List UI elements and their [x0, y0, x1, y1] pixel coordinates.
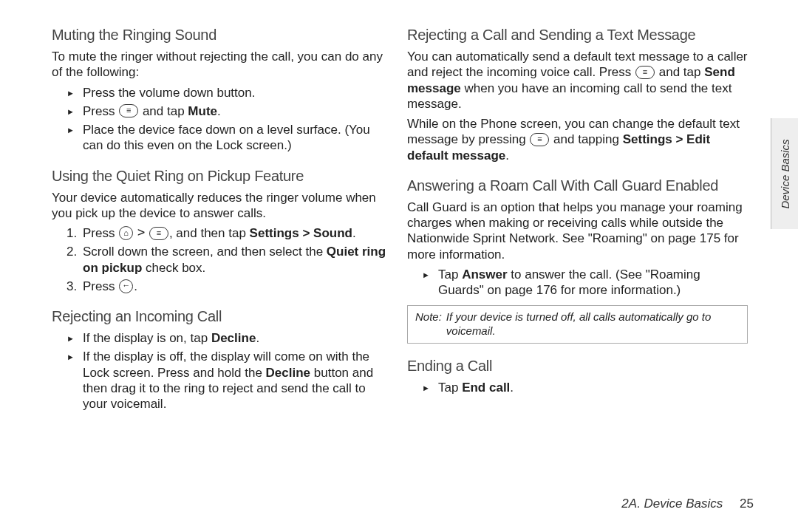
triangle-icon [422, 380, 438, 395]
bullet-vol-down: Press the volume down button. [66, 85, 392, 100]
para-reject-text-1: You can automatically send a default tex… [407, 49, 748, 112]
quiet-ring-steps: 1. Press ⌂ > ≡, and then tap Settings > … [52, 225, 392, 294]
menu-button-icon: ≡ [530, 133, 549, 146]
note-box: Note: If your device is turned off, all … [407, 305, 748, 344]
note-text: If your device is turned off, all calls … [446, 310, 740, 338]
mute-list: Press the volume down button. Press ≡ an… [52, 85, 392, 154]
heading-quiet-ring: Using the Quiet Ring on Pickup Feature [52, 167, 392, 185]
triangle-icon [66, 122, 83, 137]
back-button-icon: ← [119, 279, 133, 293]
end-call-item: Tap End call. [422, 380, 748, 395]
thumb-tab: Device Basics [771, 118, 798, 229]
triangle-icon [66, 103, 83, 118]
triangle-icon [66, 349, 83, 364]
step-1: 1. Press ⌂ > ≡, and then tap Settings > … [66, 225, 392, 241]
heading-end-call: Ending a Call [407, 357, 748, 375]
end-call-list: Tap End call. [407, 380, 748, 395]
reject-display-on: If the display is on, tap Decline. [66, 330, 392, 346]
triangle-icon [422, 267, 438, 282]
menu-button-icon: ≡ [119, 104, 138, 117]
para-call-guard: Call Guard is an option that helps you m… [407, 200, 748, 262]
thumb-tab-label: Device Basics [779, 139, 791, 208]
heading-reject-text: Rejecting a Call and Sending a Text Mess… [407, 26, 748, 44]
note-label: Note: [415, 310, 442, 338]
call-guard-list: Tap Answer to answer the call. (See "Roa… [407, 267, 748, 299]
page-footer: 2A. Device Basics 25 [621, 497, 754, 511]
heading-rejecting: Rejecting an Incoming Call [52, 307, 392, 326]
step-3: 3. Press ←. [66, 279, 392, 294]
para-mute-intro: To mute the ringer without rejecting the… [52, 49, 392, 81]
right-column: Rejecting a Call and Sending a Text Mess… [407, 26, 770, 510]
heading-muting: Muting the Ringing Sound [52, 26, 392, 44]
reject-display-off: If the display is off, the display will … [66, 349, 392, 412]
step-2: 2. Scroll down the screen, and then sele… [66, 244, 392, 276]
bullet-press-mute: Press ≡ and tap Mute. [66, 103, 392, 119]
para-quiet-ring: Your device automatically reduces the ri… [52, 190, 392, 222]
page-number: 25 [740, 497, 754, 511]
menu-button-icon: ≡ [149, 227, 168, 240]
para-reject-text-2: While on the Phone screen, you can chang… [407, 116, 748, 163]
reject-list: If the display is on, tap Decline. If th… [52, 330, 392, 412]
heading-call-guard: Answering a Roam Call With Call Guard En… [407, 177, 748, 195]
call-guard-answer: Tap Answer to answer the call. (See "Roa… [422, 267, 748, 299]
footer-section: 2A. Device Basics [621, 497, 723, 511]
triangle-icon [66, 330, 83, 345]
home-button-icon: ⌂ [119, 226, 133, 240]
triangle-icon [66, 85, 83, 100]
bullet-face-down: Place the device face down on a level su… [66, 122, 392, 154]
left-column: Muting the Ringing Sound To mute the rin… [52, 26, 392, 510]
menu-button-icon: ≡ [635, 66, 655, 79]
